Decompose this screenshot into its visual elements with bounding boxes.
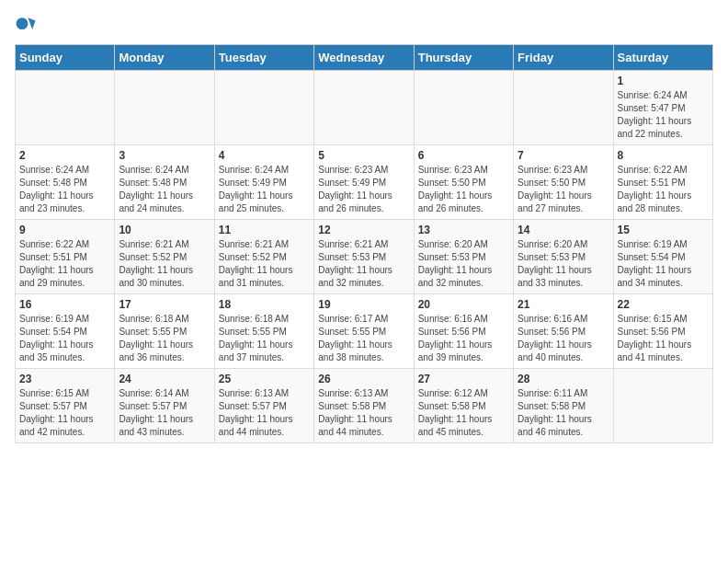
calendar-week-row: 2Sunrise: 6:24 AM Sunset: 5:48 PM Daylig… xyxy=(16,145,713,220)
calendar-cell: 28Sunrise: 6:11 AM Sunset: 5:58 PM Dayli… xyxy=(514,369,613,443)
calendar-cell: 14Sunrise: 6:20 AM Sunset: 5:53 PM Dayli… xyxy=(514,220,613,294)
cell-info: Sunrise: 6:16 AM Sunset: 5:56 PM Dayligh… xyxy=(418,313,509,364)
calendar-cell xyxy=(214,71,313,145)
cell-info: Sunrise: 6:22 AM Sunset: 5:51 PM Dayligh… xyxy=(19,238,110,290)
day-number: 21 xyxy=(518,298,609,311)
calendar-week-row: 9Sunrise: 6:22 AM Sunset: 5:51 PM Daylig… xyxy=(16,220,713,294)
calendar-cell: 18Sunrise: 6:18 AM Sunset: 5:55 PM Dayli… xyxy=(214,294,313,369)
cell-info: Sunrise: 6:20 AM Sunset: 5:53 PM Dayligh… xyxy=(518,238,609,290)
calendar-cell xyxy=(314,71,414,145)
weekday-header-friday: Friday xyxy=(514,45,613,71)
calendar-cell xyxy=(115,71,214,145)
weekday-header-tuesday: Tuesday xyxy=(214,45,313,71)
weekday-header-row: SundayMondayTuesdayWednesdayThursdayFrid… xyxy=(16,45,713,71)
day-number: 14 xyxy=(518,224,609,236)
cell-info: Sunrise: 6:20 AM Sunset: 5:53 PM Dayligh… xyxy=(418,238,509,290)
cell-info: Sunrise: 6:23 AM Sunset: 5:50 PM Dayligh… xyxy=(518,164,609,215)
day-number: 11 xyxy=(219,224,310,236)
cell-info: Sunrise: 6:22 AM Sunset: 5:51 PM Dayligh… xyxy=(618,164,709,215)
cell-info: Sunrise: 6:19 AM Sunset: 5:54 PM Dayligh… xyxy=(19,313,110,364)
calendar-cell: 4Sunrise: 6:24 AM Sunset: 5:49 PM Daylig… xyxy=(214,145,313,220)
calendar-cell: 22Sunrise: 6:15 AM Sunset: 5:56 PM Dayli… xyxy=(613,294,712,369)
cell-info: Sunrise: 6:21 AM Sunset: 5:53 PM Dayligh… xyxy=(318,238,409,290)
cell-info: Sunrise: 6:15 AM Sunset: 5:57 PM Dayligh… xyxy=(19,387,110,439)
calendar-cell xyxy=(414,71,513,145)
cell-info: Sunrise: 6:15 AM Sunset: 5:56 PM Dayligh… xyxy=(618,313,709,364)
cell-info: Sunrise: 6:23 AM Sunset: 5:50 PM Dayligh… xyxy=(418,164,509,215)
calendar-table: SundayMondayTuesdayWednesdayThursdayFrid… xyxy=(15,44,713,443)
calendar-cell: 21Sunrise: 6:16 AM Sunset: 5:56 PM Dayli… xyxy=(514,294,613,369)
calendar-cell: 9Sunrise: 6:22 AM Sunset: 5:51 PM Daylig… xyxy=(16,220,115,294)
day-number: 16 xyxy=(19,298,110,311)
cell-info: Sunrise: 6:24 AM Sunset: 5:48 PM Dayligh… xyxy=(19,164,110,215)
day-number: 4 xyxy=(219,149,310,162)
cell-info: Sunrise: 6:18 AM Sunset: 5:55 PM Dayligh… xyxy=(219,313,310,364)
day-number: 28 xyxy=(518,373,609,385)
calendar-cell: 11Sunrise: 6:21 AM Sunset: 5:52 PM Dayli… xyxy=(214,220,313,294)
logo xyxy=(15,15,40,37)
calendar-week-row: 23Sunrise: 6:15 AM Sunset: 5:57 PM Dayli… xyxy=(16,369,713,443)
cell-info: Sunrise: 6:16 AM Sunset: 5:56 PM Dayligh… xyxy=(518,313,609,364)
calendar-cell: 8Sunrise: 6:22 AM Sunset: 5:51 PM Daylig… xyxy=(613,145,712,220)
day-number: 22 xyxy=(618,298,709,311)
day-number: 18 xyxy=(219,298,310,311)
cell-info: Sunrise: 6:24 AM Sunset: 5:47 PM Dayligh… xyxy=(618,89,709,141)
cell-info: Sunrise: 6:24 AM Sunset: 5:48 PM Dayligh… xyxy=(119,164,210,215)
day-number: 25 xyxy=(219,373,310,385)
day-number: 19 xyxy=(318,298,409,311)
weekday-header-thursday: Thursday xyxy=(414,45,513,71)
day-number: 27 xyxy=(418,373,509,385)
cell-info: Sunrise: 6:14 AM Sunset: 5:57 PM Dayligh… xyxy=(119,387,210,439)
day-number: 9 xyxy=(19,224,110,236)
day-number: 3 xyxy=(119,149,210,162)
cell-info: Sunrise: 6:11 AM Sunset: 5:58 PM Dayligh… xyxy=(518,387,609,439)
cell-info: Sunrise: 6:18 AM Sunset: 5:55 PM Dayligh… xyxy=(119,313,210,364)
cell-info: Sunrise: 6:23 AM Sunset: 5:49 PM Dayligh… xyxy=(318,164,409,215)
weekday-header-sunday: Sunday xyxy=(16,45,115,71)
day-number: 5 xyxy=(318,149,409,162)
day-number: 8 xyxy=(618,149,709,162)
calendar-cell: 2Sunrise: 6:24 AM Sunset: 5:48 PM Daylig… xyxy=(16,145,115,220)
calendar-cell: 23Sunrise: 6:15 AM Sunset: 5:57 PM Dayli… xyxy=(16,369,115,443)
cell-info: Sunrise: 6:24 AM Sunset: 5:49 PM Dayligh… xyxy=(219,164,310,215)
cell-info: Sunrise: 6:13 AM Sunset: 5:58 PM Dayligh… xyxy=(318,387,409,439)
day-number: 26 xyxy=(318,373,409,385)
cell-info: Sunrise: 6:17 AM Sunset: 5:55 PM Dayligh… xyxy=(318,313,409,364)
calendar-cell: 13Sunrise: 6:20 AM Sunset: 5:53 PM Dayli… xyxy=(414,220,513,294)
weekday-header-saturday: Saturday xyxy=(613,45,712,71)
calendar-cell: 26Sunrise: 6:13 AM Sunset: 5:58 PM Dayli… xyxy=(314,369,414,443)
day-number: 6 xyxy=(418,149,509,162)
calendar-cell xyxy=(514,71,613,145)
day-number: 15 xyxy=(618,224,709,236)
calendar-cell: 7Sunrise: 6:23 AM Sunset: 5:50 PM Daylig… xyxy=(514,145,613,220)
svg-point-0 xyxy=(17,17,28,29)
day-number: 17 xyxy=(119,298,210,311)
calendar-cell: 24Sunrise: 6:14 AM Sunset: 5:57 PM Dayli… xyxy=(115,369,214,443)
calendar-cell: 19Sunrise: 6:17 AM Sunset: 5:55 PM Dayli… xyxy=(314,294,414,369)
calendar-cell: 6Sunrise: 6:23 AM Sunset: 5:50 PM Daylig… xyxy=(414,145,513,220)
calendar-cell: 27Sunrise: 6:12 AM Sunset: 5:58 PM Dayli… xyxy=(414,369,513,443)
weekday-header-wednesday: Wednesday xyxy=(314,45,414,71)
cell-info: Sunrise: 6:21 AM Sunset: 5:52 PM Dayligh… xyxy=(219,238,310,290)
cell-info: Sunrise: 6:19 AM Sunset: 5:54 PM Dayligh… xyxy=(618,238,709,290)
calendar-cell: 17Sunrise: 6:18 AM Sunset: 5:55 PM Dayli… xyxy=(115,294,214,369)
calendar-cell xyxy=(16,71,115,145)
day-number: 12 xyxy=(318,224,409,236)
calendar-cell: 15Sunrise: 6:19 AM Sunset: 5:54 PM Dayli… xyxy=(613,220,712,294)
day-number: 23 xyxy=(19,373,110,385)
weekday-header-monday: Monday xyxy=(115,45,214,71)
calendar-week-row: 1Sunrise: 6:24 AM Sunset: 5:47 PM Daylig… xyxy=(16,71,713,145)
logo-icon xyxy=(15,15,37,37)
calendar-cell: 5Sunrise: 6:23 AM Sunset: 5:49 PM Daylig… xyxy=(314,145,414,220)
cell-info: Sunrise: 6:21 AM Sunset: 5:52 PM Dayligh… xyxy=(119,238,210,290)
calendar-cell xyxy=(613,369,712,443)
day-number: 2 xyxy=(19,149,110,162)
calendar-cell: 12Sunrise: 6:21 AM Sunset: 5:53 PM Dayli… xyxy=(314,220,414,294)
calendar-week-row: 16Sunrise: 6:19 AM Sunset: 5:54 PM Dayli… xyxy=(16,294,713,369)
day-number: 1 xyxy=(618,75,709,87)
day-number: 24 xyxy=(119,373,210,385)
calendar-cell: 25Sunrise: 6:13 AM Sunset: 5:57 PM Dayli… xyxy=(214,369,313,443)
page-header xyxy=(15,15,713,37)
calendar-cell: 20Sunrise: 6:16 AM Sunset: 5:56 PM Dayli… xyxy=(414,294,513,369)
calendar-cell: 10Sunrise: 6:21 AM Sunset: 5:52 PM Dayli… xyxy=(115,220,214,294)
